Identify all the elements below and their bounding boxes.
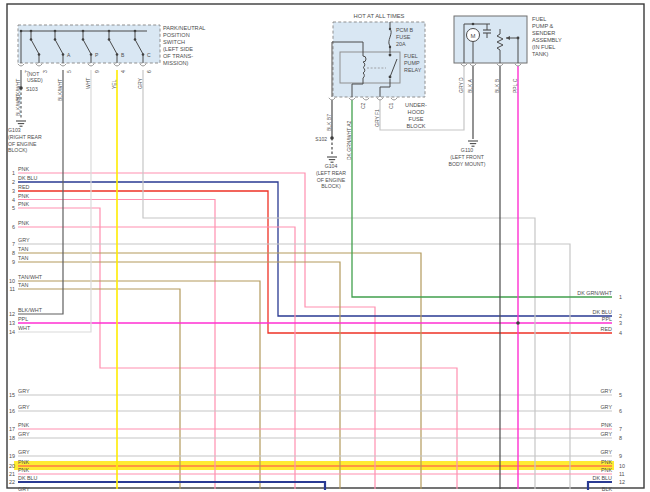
right-row-pin-number: 1 [619,294,622,300]
right-row-pin-number: 8 [619,435,622,441]
pcm-b-fuse-label: 20A [396,41,406,47]
pnp-switch-title: POSITION [163,32,190,38]
left-row-pin-number: 21 [9,471,15,477]
right-row-pin-number: 3 [619,320,622,326]
underhood-fuse-block-label: BLOCK [407,123,426,129]
right-row-wire-color-label: RED [601,326,612,332]
wire-color-label: GRY [137,78,143,89]
right-row-pin-number: 2 [619,313,622,319]
pnp-switch-title: PARK/NEUTRAL [163,25,205,31]
right-row-pin-number: 12 [619,479,625,485]
ground-g110-label: (LEFT FRONT [450,154,484,160]
left-row-pin-number: 5 [12,205,15,211]
splice-s102-dot [330,136,334,140]
left-row-wire-color-label: PNK [18,459,29,465]
fuse-block-pin-label: C1 [388,102,394,109]
left-row-pin-number: 1 [12,170,15,176]
pnp-switch-position-letter: C [147,52,151,58]
left-row-pin-number: 16 [9,408,15,414]
ground-g104-label: (LEFT REAR [316,170,346,176]
fuse-block-pin-label: C2 [360,102,366,109]
wire-color-label: BLK/WHT [57,79,63,101]
right-row-wire-color-label: PNK [601,459,612,465]
wire-junction-dot [516,321,520,325]
left-row-pin-number: 4 [12,197,15,203]
ground-g103-label: G103 [8,127,21,133]
right-row-pin-number: 4 [619,330,622,336]
left-row-wire-color-label: PNK [18,467,29,473]
right-row-wire-color-label: GRY [600,404,612,410]
ground-g104-label: BLOCK) [321,183,341,189]
ground-g103-label: OF ENGINE [8,141,37,147]
diagram-frame [7,4,644,488]
partial-bottom-right-label: BLK [602,486,613,492]
right-row-wire-color-label: PNK [601,467,612,473]
fuel-pump-title: (IN FUEL [532,44,555,50]
left-row-wire-color-label: WHT [18,325,31,331]
left-row-wire-color-label: GRY [18,388,30,394]
pnp-switch-pin-number: 3 [42,70,48,73]
pnp-switch-pin-number: 6 [146,70,152,73]
splice-s103-label: S103 [26,86,38,92]
right-row-wire-color-label: GRY [600,449,612,455]
left-row-wire-color-label: BLK/WHT [18,307,43,313]
relay-contact-dot [389,54,392,57]
fuel-pump-sender-box [454,16,527,63]
underhood-fuse-block-label: FUSE [409,116,424,122]
right-row-wire-color-label: GRY [600,431,612,437]
wire-color-label: BLK/WHT [15,94,21,116]
splice-s102-label: S102 [315,136,327,142]
pnp-switch-pin-number: 9 [94,70,100,73]
left-row-pin-number: 19 [9,453,15,459]
pnp-switch-title: (LEFT SIDE [163,46,193,52]
fuel-pump-pin-label: PPL C [512,78,518,93]
left-row-pin-number: 15 [9,392,15,398]
pnp-switch-pin-number: 4 [120,70,126,73]
fuse-block-pin-label: GRY F1 [374,109,380,127]
left-row-wire-color-label: PNK [18,220,29,226]
motor-m-label: M [471,33,476,39]
left-row-pin-number: 2 [12,179,15,185]
left-row-wire-color-label: TAN [18,282,28,288]
left-row-pin-number: 20 [9,463,15,469]
underhood-fuse-block-label: UNDER- [405,102,427,108]
pcm-b-fuse-label: FUSE [396,34,411,40]
pnp-switch-title: OF TRANS- [163,53,193,59]
left-row-pin-number: 7 [12,241,15,247]
fuel-pump-relay-label: RELAY [404,67,422,73]
left-row-pin-number: 18 [9,435,15,441]
wire-color-label: YEL [111,79,117,89]
right-row-pin-number: 11 [619,471,625,477]
underhood-fuse-block-label: HOOD [408,109,425,115]
fuel-pump-title: TANK) [532,51,549,57]
right-row-wire-color-label: GRY [600,388,612,394]
left-row-wire-color-label: TAN/WHT [18,274,43,280]
pnp-switch-title: SWITCH [163,39,185,45]
ground-g103-label: BLOCK) [8,147,28,153]
right-row-wire-color-label: DK BLU [593,309,613,315]
right-row-pin-number: 6 [619,408,622,414]
pcm-b-fuse-label: PCM B [396,27,413,33]
left-row-wire-color-label: GRY [18,431,30,437]
fuse-dot [389,46,391,48]
fuel-pump-title: FUEL [532,16,546,22]
fuel-pump-title: ASSEMBLY [532,37,562,43]
partial-bottom-left-label: GRY [18,486,30,492]
wire-color-label: USED) [27,77,43,83]
fuse-block-pin-label: BLK B7 [326,114,332,131]
left-row-pin-number: 17 [9,426,15,432]
junction-dot [20,30,23,33]
left-row-wire-color-label: DK BLU [18,475,38,481]
left-row-pin-number: 9 [12,259,15,265]
ground-g103-label: (RIGHT REAR [8,134,42,140]
pump-bus-dot [472,23,475,26]
right-row-pin-number: 10 [619,463,625,469]
fuel-pump-pin-label: GRY D [458,77,464,93]
pnp-switch-pin-number: 5 [66,70,72,73]
wiring-diagram-svg: 735946APBCBLK/WHT(NOTUSED)BLK/WHTWHTYELG… [0,0,650,492]
left-row-pin-number: 22 [9,479,15,485]
right-row-pin-number: 9 [619,453,622,459]
fuel-pump-pin-label: BLK B [494,78,500,93]
fuel-pump-relay-label: PUMP [404,60,420,66]
left-row-pin-number: 6 [12,224,15,230]
